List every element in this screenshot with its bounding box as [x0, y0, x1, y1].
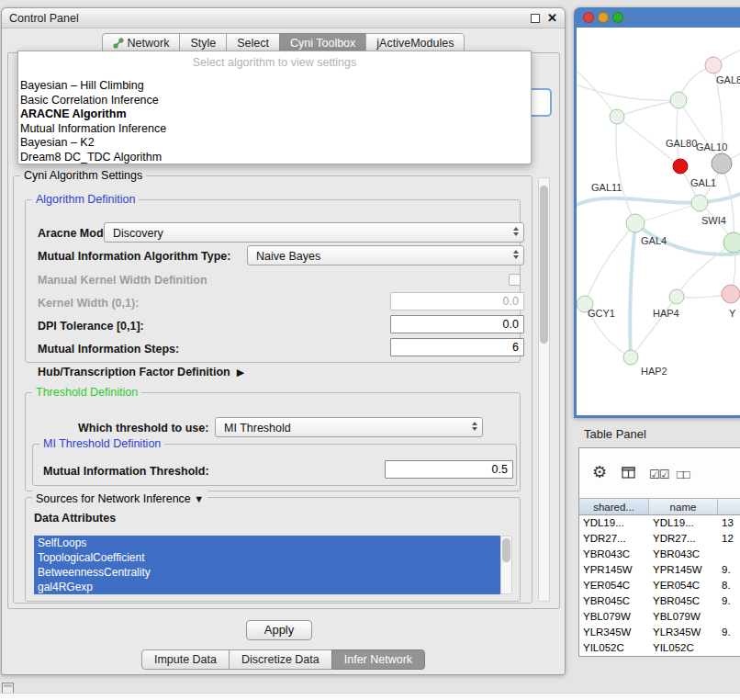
network-edge[interactable] — [616, 117, 635, 223]
network-view-window: GAL8GAL80GAL10GAL11GAL1SWI4GAL4GCY1HAP4Y… — [574, 7, 740, 418]
network-node-label: GAL11 — [591, 182, 622, 193]
dropdown-item-aracne-algorithm[interactable]: ARACNE Algorithm — [18, 107, 531, 122]
attribute-item-betweennesscentrality[interactable]: BetweennessCentrality — [34, 565, 500, 580]
table-panel-window: ⚙ ☑☑ □□ shared...name YDL19...YDL19...13… — [578, 447, 740, 657]
table-cell: 8. — [718, 578, 740, 593]
dropdown-item-bayesian-k2[interactable]: Bayesian – K2 — [18, 136, 531, 151]
control-panel-titlebar[interactable]: Control Panel ✕ — [2, 8, 565, 28]
bottom-tab-bar: Impute DataDiscretize DataInfer Network — [2, 649, 565, 670]
network-edge[interactable] — [630, 223, 635, 357]
dropdown-item-basic-correlation-inference[interactable]: Basic Correlation Inference — [18, 94, 531, 108]
network-node[interactable] — [623, 350, 638, 365]
bottom-tab-infer-network[interactable]: Infer Network — [331, 649, 425, 670]
mi-steps-input[interactable] — [390, 338, 524, 356]
network-view-canvas[interactable]: GAL8GAL80GAL10GAL11GAL1SWI4GAL4GCY1HAP4Y… — [577, 28, 740, 415]
kernel-width-input[interactable] — [390, 292, 524, 310]
network-node[interactable] — [673, 159, 688, 174]
network-node[interactable] — [691, 195, 708, 211]
bottom-tab-discretize-data[interactable]: Discretize Data — [229, 649, 332, 670]
network-node[interactable] — [610, 109, 624, 124]
dropdown-item-dream8-dc-tdc-algorithm[interactable]: Dream8 DC_TDC Algorithm — [18, 151, 531, 164]
network-edge[interactable] — [577, 66, 617, 117]
bottom-tab-impute-data[interactable]: Impute Data — [141, 649, 230, 670]
table-row[interactable]: YBL079WYBL079W — [579, 609, 740, 625]
table-column-header[interactable]: name — [649, 498, 718, 515]
attribute-list-scrollbar-thumb[interactable] — [502, 538, 510, 562]
network-canvas-svg[interactable]: GAL8GAL80GAL10GAL11GAL1SWI4GAL4GCY1HAP4Y… — [577, 28, 740, 415]
dropdown-items: Bayesian – Hill ClimbingBasic Correlatio… — [18, 79, 531, 164]
expand-down-icon: ▼ — [194, 493, 204, 504]
network-edge[interactable] — [635, 203, 700, 223]
attribute-item-selfloops[interactable]: SelfLoops — [34, 536, 500, 550]
network-node[interactable] — [712, 153, 732, 174]
network-node-label: GAL80 — [666, 138, 697, 149]
table-row[interactable]: YER054CYER054C8. — [579, 578, 740, 593]
table-row[interactable]: YIL052CYIL052C — [579, 640, 740, 656]
apply-button[interactable]: Apply — [246, 620, 312, 640]
threshold-definition-title: Threshold Definition — [32, 386, 141, 399]
network-node[interactable] — [723, 232, 740, 253]
network-node[interactable] — [670, 92, 687, 108]
gear-icon[interactable]: ⚙ — [592, 464, 607, 480]
network-edge[interactable] — [722, 164, 734, 243]
select-all-checks-icon[interactable]: ☑☑ — [649, 468, 668, 481]
network-edge[interactable] — [678, 100, 722, 164]
attribute-item-gal4rgexp[interactable]: gal4RGexp — [34, 580, 500, 594]
zoom-traffic-light-icon[interactable] — [612, 12, 623, 23]
dpi-tolerance-input[interactable] — [390, 315, 524, 333]
manual-kernel-width-checkbox[interactable] — [509, 274, 521, 286]
hub-definition-toggle[interactable]: Hub/Transcription Factor Definition ▶ — [38, 364, 244, 380]
network-edge[interactable] — [617, 100, 678, 117]
network-node-label: HAP2 — [641, 366, 667, 377]
which-threshold-select[interactable]: MI Threshold — [215, 417, 483, 437]
table-cell: YLR345W — [649, 625, 718, 640]
network-edge[interactable] — [577, 191, 740, 208]
table-cell: YER054C — [649, 578, 718, 593]
table-column-header[interactable] — [718, 498, 740, 515]
combo-arrows-icon — [513, 250, 519, 259]
table-row[interactable]: YLR345WYLR345W9. — [579, 625, 740, 640]
table-column-header[interactable]: shared... — [579, 498, 649, 515]
kernel-width-label: Kernel Width (0,1): — [38, 295, 139, 311]
settings-scrollbar[interactable] — [538, 177, 550, 602]
network-edge[interactable] — [585, 223, 635, 304]
dropdown-item-mutual-information-inference[interactable]: Mutual Information Inference — [18, 122, 531, 137]
table-row[interactable]: YBR043CYBR043C — [579, 547, 740, 562]
attribute-item-topologicalcoefficient[interactable]: TopologicalCoefficient — [34, 550, 500, 565]
dropdown-prompt: Select algorithm to view settings — [18, 56, 531, 69]
settings-scrollbar-thumb[interactable] — [540, 186, 548, 344]
aracne-mode-select[interactable]: Discovery — [104, 222, 524, 243]
network-node[interactable] — [722, 285, 740, 303]
attribute-list-scrollbar[interactable] — [500, 536, 512, 594]
network-node[interactable] — [669, 289, 684, 304]
network-node-label: GAL4 — [641, 235, 667, 246]
table-row[interactable]: YPR145WYPR145W9. — [579, 562, 740, 578]
network-node[interactable] — [626, 214, 645, 232]
network-node[interactable] — [705, 57, 722, 73]
window-title: Control Panel — [9, 8, 79, 28]
close-window-icon[interactable]: ✕ — [547, 10, 557, 27]
table-cell: YBR045C — [649, 593, 718, 609]
close-traffic-light-icon[interactable] — [583, 12, 594, 23]
table-cell: YDL19... — [649, 515, 718, 531]
which-threshold-value: MI Threshold — [224, 418, 291, 438]
table-header: shared...name — [579, 498, 740, 515]
network-edge[interactable] — [677, 100, 680, 166]
mi-algorithm-type-select[interactable]: Naive Bayes — [247, 245, 524, 265]
sources-group-title[interactable]: Sources for Network Inference ▼ — [32, 491, 207, 507]
network-edge[interactable] — [631, 297, 677, 357]
table-row[interactable]: YBR045CYBR045C9. — [579, 593, 740, 609]
float-window-icon[interactable] — [531, 14, 540, 23]
table-cell: YBL079W — [579, 609, 649, 625]
table-row[interactable]: YDL19...YDL19...13 — [579, 515, 740, 531]
mi-threshold-input[interactable] — [385, 460, 513, 479]
manual-kernel-width-label: Manual Kernel Width Definition — [38, 272, 207, 288]
dropdown-item-bayesian-hill-climbing[interactable]: Bayesian – Hill Climbing — [18, 79, 531, 94]
minimize-traffic-light-icon[interactable] — [598, 12, 609, 23]
table-panel-label: Table Panel — [584, 427, 646, 441]
table-row[interactable]: YDR27...YDR27...12 — [579, 531, 740, 547]
deselect-all-checks-icon[interactable]: □□ — [677, 468, 690, 481]
table-cell: YPR145W — [579, 562, 649, 578]
table-cell: 13 — [718, 515, 740, 531]
columns-icon[interactable] — [622, 467, 636, 483]
